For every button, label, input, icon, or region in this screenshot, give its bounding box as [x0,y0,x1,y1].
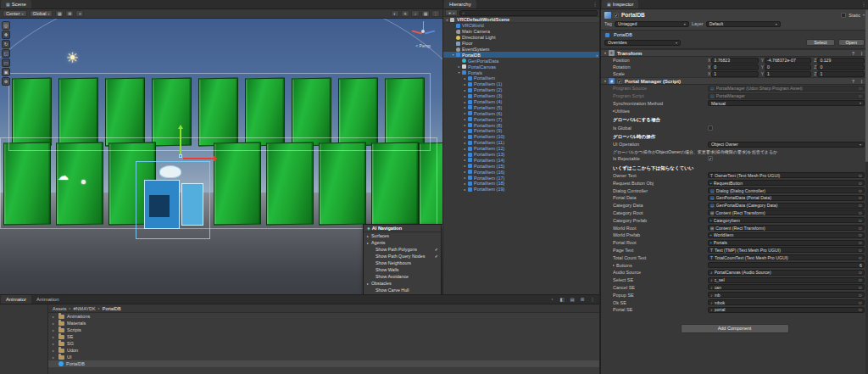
portal-manager-header[interactable]: ▾ # ✓ Portal Manager (Script) ? ⋮ [601,77,868,85]
menu-item[interactable]: ▸Surfaces [364,232,441,239]
help-icon[interactable]: ? [850,51,856,56]
dropdown-field[interactable]: Object Owner▾ [708,142,865,148]
object-picker-icon[interactable]: ⊙ [859,240,862,245]
tool-button-4[interactable]: ▭ [2,59,10,67]
hierarchy-item[interactable]: ▸PortalItem (6) [443,110,599,116]
tab-inspector[interactable]: ▣ Inspector [602,0,638,8]
object-field[interactable]: ▤PortalManager (Udon Sharp Program Asset… [708,86,865,92]
foldout-arrow-icon[interactable]: ▸ [463,76,467,81]
vector-field[interactable]: 0 [817,64,865,70]
dock-toolbar-icon-4[interactable]: ⋮ [588,297,597,302]
project-folder-row[interactable]: ▸UI [48,354,599,360]
scene-toolbar-icon-2[interactable]: ⌖ [75,10,84,17]
tool-button-0[interactable]: ◎ [2,21,10,30]
hierarchy-item[interactable]: GenPortalData [443,58,599,64]
object-picker-icon[interactable]: ⊙ [859,218,862,223]
object-picker-icon[interactable]: ⊙ [859,285,862,290]
hierarchy-item[interactable]: ▸PortalItem (18) [443,181,599,187]
foldout-arrow-icon[interactable]: ▸ [53,328,56,332]
hierarchy-item[interactable]: ▸PortalItem (9) [443,128,599,134]
hierarchy-item[interactable]: ▸PortalCanvas [443,64,599,70]
project-folder-row[interactable]: ▸SE [48,333,599,340]
menu-item[interactable]: Show Path Polygons✓ [364,246,441,253]
object-field[interactable]: TTotalCountText (Text Mesh Pro UGUI)⊙ [708,254,865,260]
add-component-button[interactable]: Add Component [681,324,789,333]
hierarchy-item[interactable]: ▸PortalItem (11) [443,140,599,146]
hierarchy-item[interactable]: ▸PortalItem (17) [443,175,599,181]
hierarchy-item[interactable]: ▾Portals [443,70,599,75]
object-field[interactable]: TOwnerText (Text Mesh Pro UGUI)⊙ [708,172,865,178]
selected-object[interactable] [136,161,210,239]
object-field[interactable]: ▤PortalManager⊙ [708,93,865,99]
scene-view-option-icon-3[interactable]: ▦ [421,10,430,17]
tool-button-6[interactable]: ⊕ [2,77,10,86]
tool-button-3[interactable]: ◱ [2,49,10,58]
dock-toolbar-icon-3[interactable]: ⊞ [578,297,587,302]
object-field[interactable]: ⊞Content (Rect Transform)⊙ [708,225,865,231]
object-field[interactable]: ▪Portals⊙ [708,240,865,246]
foldout-arrow-icon[interactable]: ▸ [613,263,615,267]
foldout-arrow-icon[interactable]: ▸ [53,315,56,319]
vector-field[interactable]: 3.76823 [711,58,758,64]
tab-animator[interactable]: Animator [1,295,31,304]
foldout-arrow-icon[interactable]: ▸ [463,82,467,87]
hierarchy-item[interactable]: Main Camera [443,29,599,35]
foldout-arrow-icon[interactable]: ▾ [604,51,606,55]
foldout-arrow-icon[interactable]: ▸ [463,158,467,162]
hierarchy-search[interactable]: ⌕ [459,10,598,16]
scene-view-option-icon-1[interactable]: ☀ [401,10,409,17]
object-picker-icon[interactable]: ⊙ [859,255,862,260]
foldout-arrow-icon[interactable]: ▸ [463,117,467,121]
breadcrumb-item[interactable]: Assets [53,306,67,311]
open-button[interactable]: Open [838,39,865,46]
object-field[interactable]: ♪mbok⊙ [708,299,865,305]
foldout-arrow-icon[interactable]: ▸ [463,153,467,157]
project-folder-row[interactable]: ▸SG [48,340,599,347]
help-icon[interactable]: ? [850,79,856,84]
scene-toolbar-icon-0[interactable]: ▦ [55,10,64,17]
search-input[interactable] [465,10,595,15]
tool-button-1[interactable]: ✥ [2,31,10,39]
foldout-arrow-icon[interactable]: ▸ [463,135,467,139]
foldout-arrow-icon[interactable]: ▸ [463,100,467,104]
object-picker-icon[interactable]: ⊙ [859,86,862,91]
prefab-open-arrow-icon[interactable]: › [596,53,598,58]
object-picker-icon[interactable]: ⊙ [859,307,862,312]
object-field[interactable]: ▪WorldItem⊙ [708,232,865,238]
menu-item[interactable]: ▸Obstacles [364,280,441,287]
object-field[interactable]: ⊞Content (Rect Transform)⊙ [708,209,865,215]
object-picker-icon[interactable]: ⊙ [859,270,862,275]
hierarchy-item[interactable]: ▸PortalItem (7) [443,116,599,122]
hierarchy-item[interactable]: ▸PortalItem (10) [443,134,599,140]
pivot-dropdown[interactable]: Center ▾ [3,10,27,17]
foldout-arrow-icon[interactable]: ▸ [463,181,467,186]
object-picker-icon[interactable]: ⊙ [859,300,862,305]
hierarchy-item[interactable]: ▸PortalItem (5) [443,104,599,110]
scene-toolbar-icon-1[interactable]: ⊞ [65,10,74,17]
inspector-menu-icon[interactable]: ⋮ [860,2,868,7]
vector-field[interactable]: 0.129 [817,58,865,64]
foldout-arrow-icon[interactable]: ▸ [463,164,467,168]
menu-item[interactable]: Show Carve Hull [364,287,441,293]
array-size-field[interactable]: 6 [708,262,865,268]
foldout-arrow-icon[interactable]: ▸ [463,123,467,127]
dock-toolbar-icon-2[interactable]: ▤ [568,297,576,302]
object-picker-icon[interactable]: ⊙ [859,293,862,298]
hierarchy-item[interactable]: ▸PortalItem (3) [443,93,599,99]
foldout-arrow-icon[interactable]: ▸ [463,187,467,192]
hierarchy-item[interactable]: EventSystem [443,47,599,53]
tab-hierarchy[interactable]: Hierarchy [444,0,476,8]
object-picker-icon[interactable]: ⊙ [859,93,862,98]
layer-dropdown[interactable]: Default ▾ [706,21,781,27]
object-field[interactable]: ♪PortalCanvas (Audio Source)⊙ [708,270,865,276]
vector-field[interactable]: 1 [711,71,758,77]
foldout-arrow-icon[interactable]: ▾ [457,70,461,75]
object-field[interactable]: ▤Dialog (Dialog Controller)⊙ [708,187,865,193]
gameobject-name[interactable]: PortalDB [621,12,645,18]
hierarchy-item[interactable]: ▸PortalItem (2) [443,87,599,93]
dock-toolbar-icon-1[interactable]: ◧ [558,297,566,302]
object-field[interactable]: TText (TMP) (Text Mesh Pro UGUI)⊙ [708,247,865,253]
vector-field[interactable]: 0 [711,64,758,70]
static-dropdown-icon[interactable]: ▾ [863,13,865,17]
object-field[interactable]: ♪mb⊙ [708,292,865,298]
